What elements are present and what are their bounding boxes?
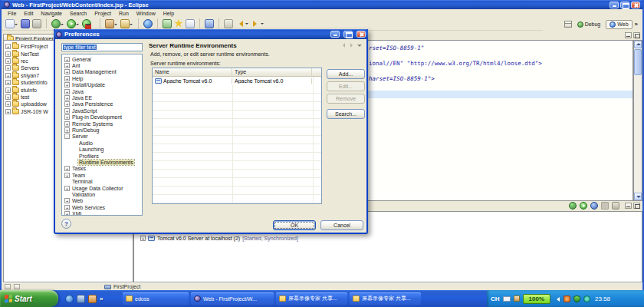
language-indicator[interactable]: CH (491, 295, 500, 302)
editor-scrollbar[interactable] (633, 40, 642, 201)
minimize-button[interactable] (610, 2, 619, 8)
screen-recorder-icon[interactable] (564, 295, 570, 302)
tree-expander-icon[interactable]: + (5, 73, 11, 78)
pref-tree-item[interactable]: Launching (62, 146, 142, 152)
tree-expander-icon[interactable]: + (5, 109, 11, 114)
dialog-maximize-button[interactable] (343, 31, 353, 38)
tree-expander-icon[interactable]: + (64, 108, 70, 114)
tree-expander-icon[interactable]: + (64, 95, 70, 101)
show-desktop-icon[interactable] (77, 295, 85, 303)
pref-tree-item[interactable]: + Ant (62, 62, 142, 68)
pref-tree-item[interactable]: + General (62, 56, 142, 62)
tree-expander-icon[interactable] (71, 140, 77, 146)
new-class-icon[interactable] (163, 19, 172, 28)
open-resource-icon[interactable] (186, 19, 195, 28)
column-name[interactable]: Name (153, 68, 232, 76)
add-button[interactable]: Add... (327, 69, 365, 79)
taskbar-window-button[interactable]: edoss (123, 292, 189, 305)
pref-tree-item[interactable]: + Help (62, 75, 142, 81)
stop-server-icon[interactable] (601, 202, 609, 210)
dropdown-icon[interactable] (356, 42, 363, 49)
tree-expander-icon[interactable]: + (5, 80, 11, 85)
pref-tree-item[interactable]: + Plug-in Development (62, 114, 142, 120)
last-edit-icon[interactable] (224, 19, 233, 28)
dialog-close-button[interactable] (356, 31, 366, 38)
tree-expander-icon[interactable]: + (64, 114, 70, 120)
open-perspective-icon[interactable] (564, 21, 572, 28)
print-icon[interactable] (32, 19, 41, 28)
debug-server-icon[interactable] (569, 202, 577, 210)
tree-expander-icon[interactable] (71, 154, 77, 159)
tree-expander-icon[interactable] (71, 160, 77, 165)
run-icon[interactable] (67, 19, 76, 28)
servers-minimize-icon[interactable] (625, 203, 632, 209)
markup-icon[interactable] (120, 19, 130, 28)
java-search-icon[interactable] (205, 19, 214, 28)
tree-expander-icon[interactable]: + (64, 198, 70, 203)
save-icon[interactable] (21, 19, 30, 28)
pref-tree-item[interactable]: + Web Services (62, 204, 142, 210)
cancel-button[interactable]: Cancel (320, 220, 363, 230)
tree-expander-icon[interactable]: - (64, 134, 70, 139)
pref-tree-item[interactable]: + Run/Debug (62, 127, 142, 133)
tree-expander-icon[interactable]: + (64, 121, 70, 127)
menu-item[interactable]: Window (133, 11, 159, 16)
pref-tree-item[interactable]: + Data Management (62, 69, 142, 75)
editor-maximize-icon[interactable] (633, 32, 640, 38)
menu-item[interactable]: Search (66, 11, 90, 16)
pref-tree-item[interactable]: - Server (62, 134, 142, 140)
pref-tree-item[interactable]: + XML (62, 210, 142, 216)
pref-tree-item[interactable]: Profilers (62, 153, 142, 159)
pref-tree-item[interactable]: + Install/Update (62, 82, 142, 88)
start-server-icon[interactable] (580, 202, 587, 210)
taskbar-window-button[interactable]: Web - FirstProject/W... (191, 292, 274, 305)
edit-button[interactable]: Edit... (327, 81, 365, 91)
tree-expander-icon[interactable]: + (64, 166, 70, 171)
menu-item[interactable]: File (4, 11, 20, 16)
pref-tree-item[interactable]: Runtime Environments (62, 159, 142, 165)
new-wizard-icon[interactable] (5, 19, 15, 28)
remove-button[interactable]: Remove (327, 94, 365, 104)
pref-tree-item[interactable]: Validation (62, 191, 142, 197)
pref-tree-item[interactable]: + Java EE (62, 94, 142, 101)
debug-icon[interactable] (51, 19, 61, 28)
column-type[interactable]: Type (232, 68, 312, 76)
tree-expander-icon[interactable] (71, 147, 77, 152)
scroll-up-icon[interactable] (634, 41, 642, 48)
tree-expander-icon[interactable]: + (64, 101, 70, 107)
tree-expander-icon[interactable]: + (64, 186, 70, 191)
pref-tree-item[interactable]: + Usage Data Collector (62, 185, 142, 191)
back-icon[interactable] (340, 42, 347, 49)
tree-expander-icon[interactable] (64, 179, 70, 184)
tree-expander-icon[interactable]: + (64, 211, 70, 216)
filter-input[interactable]: type filter text (61, 43, 143, 51)
tree-expander-icon[interactable]: + (64, 82, 70, 87)
pref-tree-item[interactable]: + Web (62, 198, 142, 204)
tree-expander-icon[interactable]: + (64, 127, 70, 133)
menu-item[interactable]: Help (159, 11, 178, 16)
new-server-icon[interactable] (105, 19, 114, 28)
servers-maximize-icon[interactable] (633, 203, 640, 209)
tree-expander-icon[interactable]: + (5, 65, 11, 71)
pref-tree-item[interactable]: Terminal (62, 178, 142, 184)
tree-expander-icon[interactable]: + (64, 69, 70, 74)
quick-launch-chevron[interactable]: » (100, 295, 103, 302)
help-button[interactable]: ? (61, 219, 71, 229)
pref-tree-item[interactable]: + Remote Systems (62, 120, 142, 127)
pref-tree-item[interactable]: + Java (62, 88, 142, 94)
tree-expander-icon[interactable]: + (5, 44, 11, 49)
taskbar-window-button[interactable]: 屏幕录像专家 共享... (350, 292, 421, 305)
publish-server-icon[interactable] (612, 202, 619, 210)
tree-expander-icon[interactable]: + (64, 57, 70, 62)
pref-tree-item[interactable]: + Tasks (62, 166, 142, 172)
ie-icon[interactable] (65, 295, 74, 303)
scroll-down-icon[interactable] (634, 193, 642, 200)
perspective-overflow-chevron[interactable]: » (635, 21, 638, 28)
debug-perspective-icon[interactable]: Debug (574, 21, 604, 28)
pref-tree-item[interactable]: + Java Persistence (62, 101, 142, 107)
pref-tree-item[interactable]: Audio (62, 140, 142, 146)
search-button[interactable]: Search... (327, 109, 365, 119)
web-browser-icon[interactable] (143, 19, 153, 28)
menu-item[interactable]: Edit (20, 11, 37, 16)
tree-expander-icon[interactable]: + (5, 94, 11, 100)
